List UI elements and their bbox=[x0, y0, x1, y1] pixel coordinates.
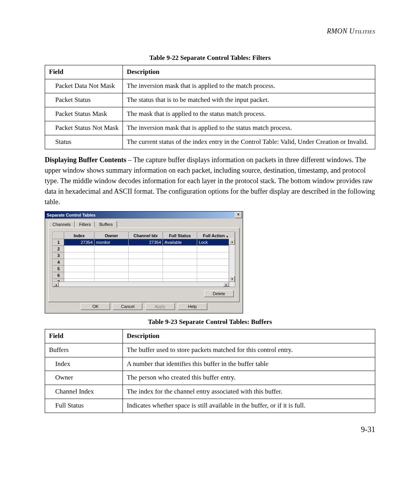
dialog-separate-control-tables: Separate Control Tables × Channels Filte… bbox=[45, 211, 243, 313]
th-field: Field bbox=[45, 329, 123, 343]
table-row: The inversion mask that is applied to th… bbox=[123, 79, 375, 93]
cell[interactable] bbox=[64, 252, 94, 259]
running-header: RMON Utilities bbox=[45, 27, 375, 35]
table-row: Status bbox=[45, 135, 123, 149]
col-full-status[interactable]: Full Status bbox=[163, 232, 197, 239]
row-header[interactable]: 5 bbox=[53, 265, 64, 272]
cell[interactable] bbox=[64, 259, 94, 265]
table-row: The mask that is applied to the status m… bbox=[123, 107, 375, 121]
vertical-scrollbar[interactable]: ▴ ▾ bbox=[229, 239, 235, 282]
table-row: Indicates whether space is still availab… bbox=[123, 399, 375, 413]
th-desc: Description bbox=[123, 329, 375, 343]
tabstrip: Channels Filters Buffers bbox=[48, 221, 240, 228]
ok-button[interactable]: OK bbox=[80, 303, 110, 310]
table-row: Owner bbox=[45, 371, 123, 385]
scroll-up-icon[interactable]: ▴ bbox=[229, 239, 235, 245]
row-header[interactable]: 4 bbox=[53, 259, 64, 265]
table-922: Field Description Packet Data Not MaskTh… bbox=[45, 65, 375, 149]
cell[interactable]: Available bbox=[163, 239, 197, 245]
paragraph-buffer-contents: Displaying Buffer Contents – The capture… bbox=[45, 155, 375, 207]
cell[interactable]: 27354 bbox=[64, 239, 94, 245]
cancel-button[interactable]: Cancel bbox=[113, 303, 142, 310]
scroll-right-icon[interactable]: ▸ bbox=[223, 282, 229, 287]
sort-asc-icon: ▲ bbox=[226, 234, 229, 238]
cell[interactable] bbox=[64, 272, 94, 278]
table-row: A number that identifies this buffer in … bbox=[123, 357, 375, 371]
cell[interactable] bbox=[94, 245, 129, 252]
table-row: Buffers bbox=[45, 343, 123, 357]
table-row: The inversion mask that is applied to th… bbox=[123, 121, 375, 135]
cell[interactable] bbox=[163, 259, 197, 265]
table-row: Packet Status Not Mask bbox=[45, 121, 123, 135]
col-channel-idx[interactable]: Channel Idx bbox=[129, 232, 163, 239]
th-field: Field bbox=[45, 65, 123, 79]
cell[interactable] bbox=[129, 252, 163, 259]
scroll-left-icon[interactable]: ◂ bbox=[53, 282, 59, 287]
table-row: Packet Status Mask bbox=[45, 107, 123, 121]
cell[interactable]: monitor bbox=[94, 239, 129, 245]
table-row: The index for the channel entry associat… bbox=[123, 385, 375, 399]
table-row: Channel Index bbox=[45, 385, 123, 399]
row-header[interactable]: 1 bbox=[53, 239, 64, 245]
cell[interactable] bbox=[163, 245, 197, 252]
table-row: The current status of the index entry in… bbox=[123, 135, 375, 149]
row-header[interactable]: 2 bbox=[53, 245, 64, 252]
cell[interactable] bbox=[129, 245, 163, 252]
scroll-down-icon[interactable]: ▾ bbox=[229, 276, 235, 282]
table-923-caption: Table 9-23 Separate Control Tables: Buff… bbox=[45, 318, 375, 326]
tab-channels[interactable]: Channels bbox=[48, 221, 75, 228]
tab-buffers[interactable]: Buffers bbox=[95, 221, 117, 228]
dialog-title: Separate Control Tables bbox=[47, 213, 96, 217]
row-header[interactable]: 6 bbox=[53, 272, 64, 278]
table-row: Packet Status bbox=[45, 93, 123, 107]
horizontal-scrollbar[interactable]: ◂ ▸ bbox=[53, 282, 235, 287]
tab-filters[interactable]: Filters bbox=[75, 221, 95, 228]
cell[interactable]: 27354 bbox=[129, 239, 163, 245]
cell[interactable] bbox=[163, 252, 197, 259]
titlebar[interactable]: Separate Control Tables × bbox=[45, 212, 243, 219]
para-lead: Displaying Buffer Contents bbox=[45, 156, 126, 164]
cell[interactable] bbox=[94, 265, 129, 272]
table-923: Field Description BuffersThe buffer used… bbox=[45, 329, 375, 413]
cell[interactable] bbox=[129, 272, 163, 278]
table-row: Full Status bbox=[45, 399, 123, 413]
buffer-grid[interactable]: Index Owner Channel Idx Full Status Full… bbox=[52, 232, 235, 287]
grid-corner bbox=[53, 232, 64, 239]
cell[interactable] bbox=[163, 272, 197, 278]
table-row: Packet Data Not Mask bbox=[45, 79, 123, 93]
cell[interactable] bbox=[129, 259, 163, 265]
table-row: The person who created this buffer entry… bbox=[123, 371, 375, 385]
table-row: The buffer used to store packets matched… bbox=[123, 343, 375, 357]
col-full-action[interactable]: Full Action▲ bbox=[197, 232, 235, 239]
cell[interactable] bbox=[94, 259, 129, 265]
table-row: Index bbox=[45, 357, 123, 371]
table-922-caption: Table 9-22 Separate Control Tables: Filt… bbox=[45, 54, 375, 62]
col-owner[interactable]: Owner bbox=[94, 232, 129, 239]
delete-button[interactable]: Delete bbox=[204, 290, 234, 297]
page-number: 9-31 bbox=[361, 425, 375, 434]
cell[interactable] bbox=[94, 252, 129, 259]
cell[interactable] bbox=[94, 272, 129, 278]
row-header[interactable]: 3 bbox=[53, 252, 64, 259]
cell[interactable] bbox=[64, 245, 94, 252]
apply-button[interactable]: Apply bbox=[145, 303, 175, 310]
table-row: The status that is to be matched with th… bbox=[123, 93, 375, 107]
col-index[interactable]: Index bbox=[64, 232, 94, 239]
cell[interactable] bbox=[64, 265, 94, 272]
close-icon[interactable]: × bbox=[235, 212, 242, 218]
cell[interactable] bbox=[129, 265, 163, 272]
cell[interactable] bbox=[163, 265, 197, 272]
help-button[interactable]: Help bbox=[178, 303, 207, 310]
th-desc: Description bbox=[123, 65, 375, 79]
